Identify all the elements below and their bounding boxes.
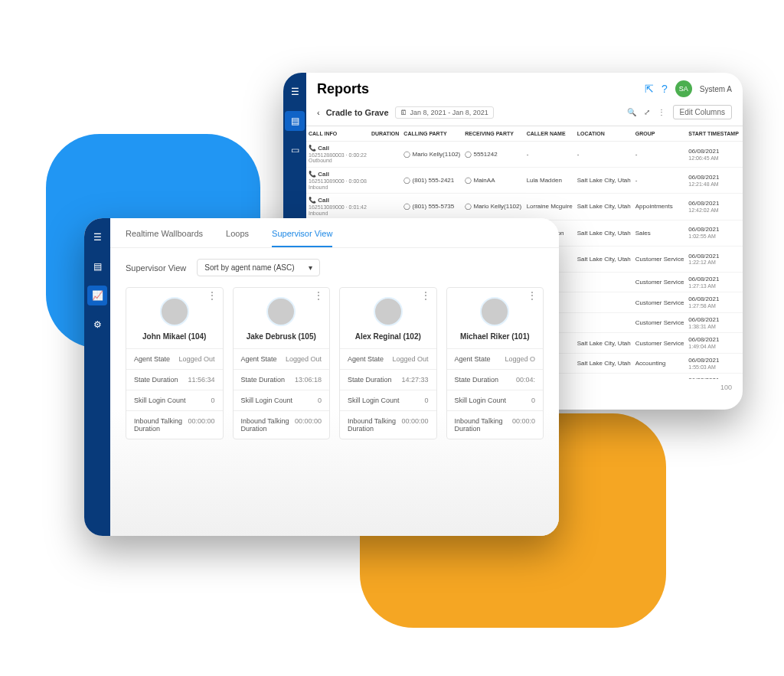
supervisor-tabs: Realtime WallboardsLoopsSupervisor View [110, 218, 559, 248]
agent-avatar [374, 297, 403, 326]
supervisor-sidebar: ☰ ▤ 📈 ⚙ [84, 218, 110, 536]
analytics-icon[interactable]: 📈 [87, 286, 107, 305]
menu-icon[interactable]: ☰ [87, 227, 107, 247]
supervisor-window: ☰ ▤ 📈 ⚙ Realtime WallboardsLoopsSupervis… [84, 218, 559, 536]
column-header[interactable]: START TIMESTAMP [686, 126, 740, 142]
tab-realtime-wallboards[interactable]: Realtime Wallboards [126, 229, 203, 247]
gear-icon[interactable]: ⚙ [87, 315, 107, 335]
table-row[interactable]: 📞 Call162512880003 · 0:00:22Outbound◯ Ma… [306, 142, 743, 168]
chart-icon[interactable]: ▭ [285, 140, 305, 160]
table-row[interactable]: 📞 Call162513089000 · 0:01:42Inbound◯ (80… [306, 194, 743, 220]
back-chevron-icon[interactable]: ‹ [317, 108, 320, 117]
filter-label: Supervisor View [126, 263, 186, 273]
column-header[interactable]: DURATION [369, 126, 401, 142]
agent-card: ⋮ Michael Riker (101) Agent StateLogged … [446, 287, 544, 439]
document-icon[interactable]: ▤ [87, 256, 107, 276]
column-header[interactable]: LOCATION [575, 126, 633, 142]
edit-columns-button[interactable]: Edit Columns [673, 105, 732, 119]
more-icon[interactable]: ⋮ [658, 108, 665, 116]
calendar-icon: 🗓 [400, 109, 407, 116]
card-menu-icon[interactable]: ⋮ [207, 294, 217, 297]
agent-card: ⋮ Jake Debrusk (105) Agent StateLogged O… [233, 287, 331, 439]
chevron-down-icon: ▾ [309, 263, 312, 272]
column-header[interactable]: CALL INFO [306, 126, 369, 142]
agent-card: ⋮ Alex Reginal (102) Agent StateLogged O… [339, 287, 437, 439]
card-menu-icon[interactable]: ⋮ [421, 294, 430, 297]
menu-icon[interactable]: ☰ [285, 82, 305, 102]
agent-avatar [266, 297, 296, 326]
search-icon[interactable]: 🔍 [627, 108, 636, 116]
column-header[interactable]: E TIME [741, 126, 743, 142]
document-icon[interactable]: ▤ [285, 111, 305, 131]
agent-name: Jake Debrusk (105) [247, 332, 316, 341]
tab-supervisor-view[interactable]: Supervisor View [272, 229, 332, 247]
column-header[interactable]: RECEIVING PARTY [462, 126, 524, 142]
column-header[interactable]: GROUP [633, 126, 687, 142]
agent-name: Michael Riker (101) [460, 332, 530, 341]
sort-select[interactable]: Sort by agent name (ASC) ▾ [197, 259, 319, 276]
table-row[interactable]: 📞 Call162513089000 · 0:00:08Inbound◯ (80… [306, 168, 743, 194]
agent-name: John Mikael (104) [142, 332, 206, 341]
pager-count: 100 [720, 384, 732, 391]
agent-name: Alex Reginal (102) [355, 332, 421, 341]
date-range-picker[interactable]: 🗓 Jan 8, 2021 - Jan 8, 2021 [395, 106, 494, 119]
card-menu-icon[interactable]: ⋮ [314, 294, 323, 297]
agent-card: ⋮ John Mikael (104) Agent StateLogged Ou… [126, 287, 224, 439]
column-header[interactable]: CALLER NAME [524, 126, 575, 142]
card-menu-icon[interactable]: ⋮ [528, 294, 537, 297]
agent-avatar [160, 297, 189, 326]
expand-icon[interactable]: ⤢ [644, 108, 650, 116]
agent-avatar [480, 297, 509, 326]
tab-loops[interactable]: Loops [226, 229, 249, 247]
help-icon[interactable]: ? [662, 83, 668, 95]
user-label: System A [700, 85, 732, 93]
user-avatar[interactable]: SA [675, 80, 692, 97]
page-title: Reports [317, 81, 369, 97]
breadcrumb: Cradle to Grave [326, 108, 389, 117]
column-header[interactable]: CALLING PARTY [401, 126, 462, 142]
open-external-icon[interactable]: ⇱ [645, 83, 654, 95]
